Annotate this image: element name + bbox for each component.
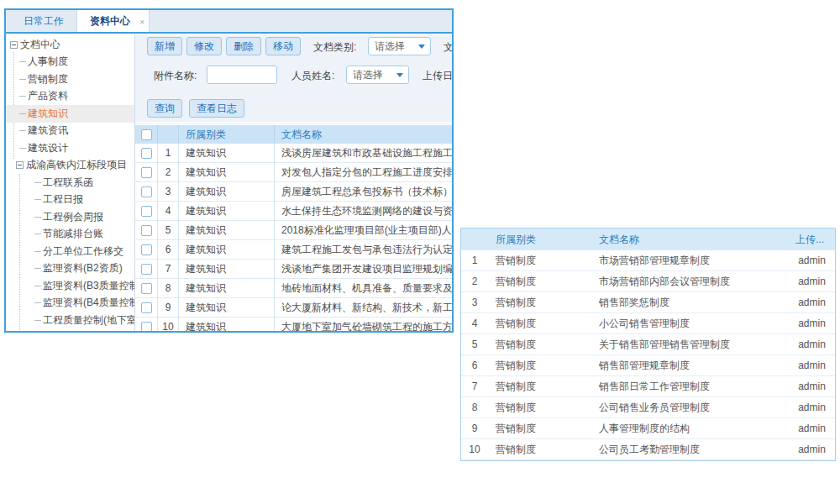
doc-name-label-clipped: 文档 [444, 40, 452, 55]
tree-item[interactable]: 产品资料 [6, 88, 134, 106]
table-row[interactable]: 2 建筑知识 对发包人指定分包的工程施工进度安排... [135, 163, 452, 182]
tree-item-label: 营销制度 [28, 72, 68, 87]
cell-doc-name: 公司销售业务员管理制度 [591, 401, 789, 415]
tree-item-label: 监理资料(B3质量控制) [43, 279, 135, 293]
table-row[interactable]: 10 建筑知识 大厦地下室加气砼墙砌筑工程的施工方... [135, 318, 452, 331]
cell-index: 8 [158, 279, 179, 297]
row-checkbox[interactable] [141, 225, 152, 236]
table-row[interactable]: 3 营销制度 销售部奖惩制度 admin [461, 292, 835, 313]
add-button[interactable]: 新增 [147, 37, 182, 55]
tree-item-clipped[interactable]: 工程质量控制 [6, 329, 134, 332]
tree-item[interactable]: 监理资料(B2资质) [6, 260, 134, 278]
tree-item[interactable]: 分工单位工作移交 [6, 243, 134, 260]
cell-index: 2 [158, 163, 179, 181]
marketing-documents-table: 所属别类 文档名称 上传... 1 营销制度 市场营销部管理规章制度 admin… [460, 228, 836, 461]
tree-item[interactable]: 人事制度 [6, 54, 134, 71]
tab-label: 资料中心 [90, 15, 130, 27]
document-table: 所属别类 文档名称 1 建筑知识 浅谈房屋建筑和市政基础设施工程施工... 2 … [135, 122, 452, 331]
tree-item[interactable]: 建筑设计 [6, 139, 134, 157]
table-row[interactable]: 1 建筑知识 浅谈房屋建筑和市政基础设施工程施工... [135, 144, 452, 163]
action-toolbar: 新增 修改 删除 移动 文档类别: 请选择 文档 [135, 37, 452, 55]
cell-category: 营销制度 [488, 401, 591, 415]
collapse-icon[interactable] [10, 41, 18, 49]
cell-doc-name: 小公司销售管理制度 [591, 317, 789, 331]
cell-category: 营销制度 [488, 275, 591, 289]
tree-item-root[interactable]: 文档中心 [6, 36, 134, 54]
table-row[interactable]: 6 营销制度 销售部管理规章制度 admin [461, 355, 835, 376]
cell-doc-name: 公司员工考勤管理制度 [591, 443, 789, 457]
tree-item[interactable]: 营销制度 [6, 71, 134, 88]
tree-item-label: 工程例会周报 [43, 210, 103, 224]
table-row[interactable]: 9 建筑知识 论大厦新材料、新结构、新技术，新工... [135, 298, 452, 318]
row-checkbox[interactable] [141, 167, 152, 178]
table-row[interactable]: 4 建筑知识 水土保持生态环境监测网络的建设与资... [135, 202, 452, 221]
tree-item[interactable]: 监理资料(B3质量控制) [6, 277, 134, 295]
tree-item-label: 建筑设计 [28, 141, 68, 155]
tab-daily-work[interactable]: 日常工作 [11, 10, 76, 32]
table-row[interactable]: 6 建筑知识 建筑工程施工发包与承包违法行为认定... [135, 240, 452, 260]
table-row[interactable]: 10 营销制度 公司员工考勤管理制度 admin [461, 439, 835, 460]
tree-item[interactable]: 工程联系函 [6, 174, 134, 192]
table-row[interactable]: 7 建筑知识 浅谈地产集团开发建设项目监理规划编... [135, 260, 452, 279]
tree-item-label: 建筑知识 [28, 107, 68, 121]
tree-item[interactable]: 建筑资讯 [6, 123, 134, 140]
cell-category: 营销制度 [488, 254, 591, 268]
table-row[interactable]: 3 建筑知识 房屋建筑工程总承包投标书（技术标）... [135, 182, 452, 202]
close-icon[interactable]: × [139, 11, 144, 34]
tree-item-label: 文档中心 [20, 38, 60, 52]
table-row[interactable]: 9 营销制度 人事管理制度的结构 admin [461, 418, 835, 439]
attachment-name-input[interactable] [207, 66, 277, 84]
cell-index: 6 [158, 240, 179, 259]
cell-doc-name: 论大厦新材料、新结构、新技术，新工... [275, 298, 452, 318]
delete-button[interactable]: 删除 [226, 37, 261, 55]
table-row[interactable]: 8 营销制度 公司销售业务员管理制度 admin [461, 397, 835, 418]
row-checkbox[interactable] [141, 148, 152, 159]
table-row[interactable]: 4 营销制度 小公司销售管理制度 admin [461, 313, 835, 334]
tree-item[interactable]: 工程例会周报 [6, 208, 134, 226]
edit-button[interactable]: 修改 [186, 37, 222, 55]
cell-doc-name: 市场营销部管理规章制度 [591, 254, 789, 268]
collapse-icon[interactable] [16, 161, 24, 169]
tree-branch-icon [34, 234, 41, 234]
tree-item-selected[interactable]: 建筑知识 [6, 105, 134, 123]
person-select[interactable]: 请选择 [346, 66, 409, 84]
cell-uploader: admin [789, 255, 835, 266]
row-checkbox[interactable] [141, 264, 152, 275]
row-checkbox[interactable] [141, 206, 152, 217]
doc-category-select[interactable]: 请选择 [368, 37, 431, 55]
cell-doc-name: 销售部日常工作管理制度 [591, 380, 789, 394]
row-checkbox[interactable] [141, 186, 152, 197]
cell-index: 4 [461, 318, 488, 329]
chevron-down-icon [418, 45, 425, 49]
row-checkbox[interactable] [141, 244, 152, 255]
cell-doc-name: 2018标准化监理项目部(业主项目部)人员... [275, 221, 452, 240]
tree-branch-icon [19, 130, 26, 131]
tree-item-label: 工程联系函 [43, 176, 93, 190]
select-all-checkbox[interactable] [141, 129, 152, 140]
person-name-label: 人员姓名: [291, 69, 334, 83]
table-row[interactable]: 5 营销制度 关于销售部管理销售管理制度 admin [461, 334, 835, 355]
tree-item-project-root[interactable]: 成渝高铁内江标段项目 [6, 157, 134, 175]
select-value: 请选择 [353, 69, 383, 81]
table-row[interactable]: 7 营销制度 销售部日常工作管理制度 admin [461, 376, 835, 397]
view-log-button[interactable]: 查看日志 [189, 99, 244, 118]
move-button[interactable]: 移动 [265, 37, 301, 55]
cell-index: 9 [461, 423, 488, 434]
tree-item[interactable]: 监理资料(B4质量控制) [6, 295, 134, 312]
row-checkbox[interactable] [141, 322, 152, 332]
tree-item[interactable]: 节能减排台账 [6, 226, 134, 244]
cell-doc-name: 水土保持生态环境监测网络的建设与资... [275, 202, 452, 221]
tab-data-center[interactable]: 资料中心 × [76, 10, 150, 32]
tree-item[interactable]: 工程质量控制(地下室) [6, 312, 134, 329]
table-header-row: 所属别类 文档名称 [135, 125, 452, 144]
query-button[interactable]: 查询 [147, 99, 182, 118]
row-checkbox[interactable] [141, 283, 152, 294]
table-row[interactable]: 5 建筑知识 2018标准化监理项目部(业主项目部)人员... [135, 221, 452, 240]
chevron-down-icon [396, 73, 403, 77]
table-row[interactable]: 1 营销制度 市场营销部管理规章制度 admin [461, 250, 835, 271]
table-row[interactable]: 2 营销制度 市场营销部内部会议管理制度 admin [461, 271, 835, 292]
table-row[interactable]: 8 建筑知识 地砖地面材料、机具准备、质量要求及... [135, 279, 452, 298]
row-checkbox[interactable] [141, 302, 152, 313]
tree-item[interactable]: 工程日报 [6, 192, 134, 209]
cell-doc-name: 大厦地下室加气砼墙砌筑工程的施工方... [275, 318, 452, 332]
